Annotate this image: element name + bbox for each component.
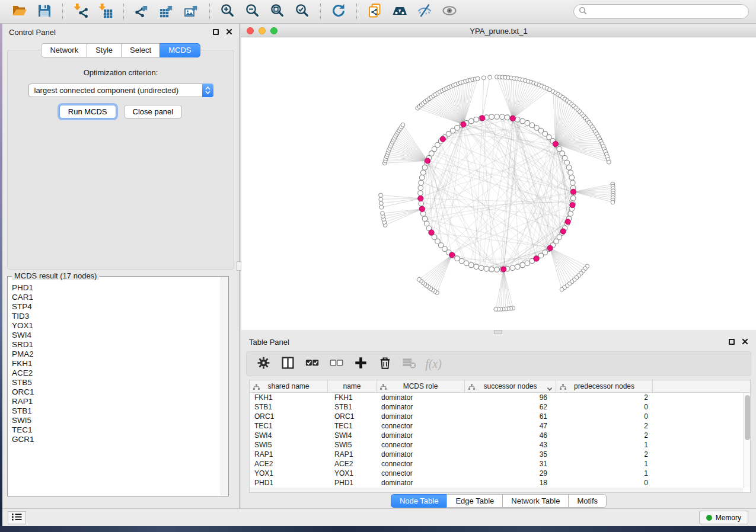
table-cell[interactable]: dominator: [377, 478, 465, 488]
table-scrollbar-thumb[interactable]: [745, 395, 750, 440]
vertical-splitter-handle[interactable]: [237, 261, 241, 271]
table-cell[interactable]: 46: [465, 431, 556, 440]
tab-mcds[interactable]: MCDS: [160, 43, 200, 57]
mcds-result-item[interactable]: SRD1: [12, 340, 221, 350]
network-node[interactable]: [515, 264, 521, 270]
network-node[interactable]: [464, 261, 469, 266]
network-node[interactable]: [469, 118, 474, 124]
table-cell[interactable]: ORC1: [328, 412, 377, 421]
mcds-node[interactable]: [553, 141, 558, 146]
mcds-result-item[interactable]: TEC1: [12, 425, 221, 435]
table-row[interactable]: TEC1TEC1connector472: [250, 421, 750, 431]
network-node[interactable]: [510, 265, 515, 271]
table-tab-network-table[interactable]: Network Table: [502, 494, 569, 508]
table-row[interactable]: FKH1FKH1dominator962: [250, 393, 750, 402]
import-network-button[interactable]: [71, 2, 90, 21]
network-node[interactable]: [495, 267, 500, 273]
gear-button[interactable]: [256, 356, 271, 371]
column-header-successor-nodes[interactable]: successor nodes: [465, 380, 556, 392]
network-node[interactable]: [422, 165, 428, 171]
mcds-result-item[interactable]: CAR1: [12, 293, 221, 302]
close-panel-icon[interactable]: [226, 28, 232, 37]
float-panel-icon[interactable]: [213, 29, 219, 35]
mcds-result-item[interactable]: YOX1: [12, 321, 221, 331]
table-row[interactable]: PHD1PHD1dominator180: [250, 478, 750, 488]
network-node[interactable]: [484, 266, 489, 271]
table-cell[interactable]: 35: [465, 450, 556, 459]
network-node[interactable]: [564, 160, 570, 165]
table-cell[interactable]: 2: [556, 421, 653, 431]
network-leaf-node[interactable]: [379, 193, 383, 197]
add-button[interactable]: [353, 356, 368, 371]
table-row[interactable]: YOX1YOX1connector291: [250, 469, 750, 478]
mcds-node[interactable]: [534, 256, 539, 261]
window-close-button[interactable]: [247, 27, 254, 34]
network-leaf-node[interactable]: [379, 201, 383, 206]
table-cell[interactable]: RAP1: [250, 450, 328, 459]
export-network-button[interactable]: [132, 2, 151, 21]
mcds-node[interactable]: [419, 206, 425, 211]
table-cell[interactable]: SWI4: [328, 431, 377, 440]
mcds-result-item[interactable]: STP4: [12, 302, 221, 312]
network-node[interactable]: [570, 196, 576, 201]
table-cell[interactable]: TEC1: [250, 421, 328, 431]
table-cell[interactable]: 29: [465, 469, 556, 478]
mcds-node[interactable]: [425, 158, 430, 164]
network-node[interactable]: [500, 114, 505, 120]
network-node[interactable]: [419, 201, 424, 206]
network-node[interactable]: [520, 118, 525, 124]
refresh-button[interactable]: [329, 2, 348, 21]
table-cell[interactable]: 2: [556, 450, 653, 459]
close-table-panel-icon[interactable]: [742, 338, 748, 347]
run-mcds-button[interactable]: Run MCDS: [59, 105, 116, 118]
export-image-button[interactable]: [182, 2, 201, 21]
mcds-list-scrollbar[interactable]: [221, 277, 228, 495]
search-box[interactable]: [573, 4, 749, 19]
table-cell[interactable]: connector: [377, 421, 465, 431]
mcds-node[interactable]: [565, 219, 570, 225]
mcds-result-item[interactable]: SWI5: [12, 416, 221, 425]
mcds-node[interactable]: [547, 245, 553, 251]
network-node[interactable]: [489, 114, 495, 120]
column-header-name[interactable]: name: [328, 380, 377, 392]
clone-network-button[interactable]: [365, 2, 384, 21]
table-cell[interactable]: 0: [556, 412, 653, 421]
network-leaf-node[interactable]: [560, 287, 564, 291]
network-leaf-node[interactable]: [607, 160, 611, 164]
table-cell[interactable]: ORC1: [250, 412, 328, 421]
mcds-result-item[interactable]: RAP1: [12, 397, 221, 406]
network-node[interactable]: [474, 117, 479, 122]
mcds-node[interactable]: [418, 196, 423, 201]
search-input[interactable]: [590, 7, 744, 16]
hide-selected-button[interactable]: [415, 2, 434, 21]
table-cell[interactable]: dominator: [377, 393, 465, 402]
network-leaf-node[interactable]: [381, 211, 385, 216]
table-cell[interactable]: 2: [556, 431, 653, 440]
mcds-result-item[interactable]: ACE2: [12, 368, 221, 378]
mcds-result-item[interactable]: GCR1: [12, 435, 221, 444]
network-node[interactable]: [562, 155, 567, 161]
table-cell[interactable]: FKH1: [250, 393, 328, 402]
table-cell[interactable]: connector: [377, 440, 465, 450]
table-row[interactable]: SWI4SWI4dominator462: [250, 431, 750, 440]
network-leaf-node[interactable]: [417, 277, 421, 281]
network-node[interactable]: [418, 185, 423, 191]
mcds-result-item[interactable]: TID3: [12, 312, 221, 321]
zoom-selected-button[interactable]: [293, 2, 312, 21]
table-cell[interactable]: SWI5: [328, 440, 377, 450]
mcds-result-item[interactable]: FKH1: [12, 359, 221, 368]
columns-button[interactable]: [280, 356, 295, 371]
table-cell[interactable]: PHD1: [328, 478, 377, 488]
table-cell[interactable]: SWI5: [250, 440, 328, 450]
network-node[interactable]: [570, 180, 575, 185]
network-leaf-node[interactable]: [476, 76, 480, 81]
zoom-in-button[interactable]: [218, 2, 237, 21]
float-table-panel-icon[interactable]: [729, 339, 735, 345]
mcds-result-item[interactable]: STB1: [12, 406, 221, 416]
mcds-result-item[interactable]: ORC1: [12, 387, 221, 397]
save-button[interactable]: [35, 2, 54, 21]
table-vertical-scrollbar[interactable]: [743, 393, 750, 488]
table-row[interactable]: RAP1RAP1dominator352: [250, 450, 750, 459]
table-cell[interactable]: SWI4: [250, 431, 328, 440]
mcds-result-item[interactable]: PHD1: [12, 283, 221, 293]
